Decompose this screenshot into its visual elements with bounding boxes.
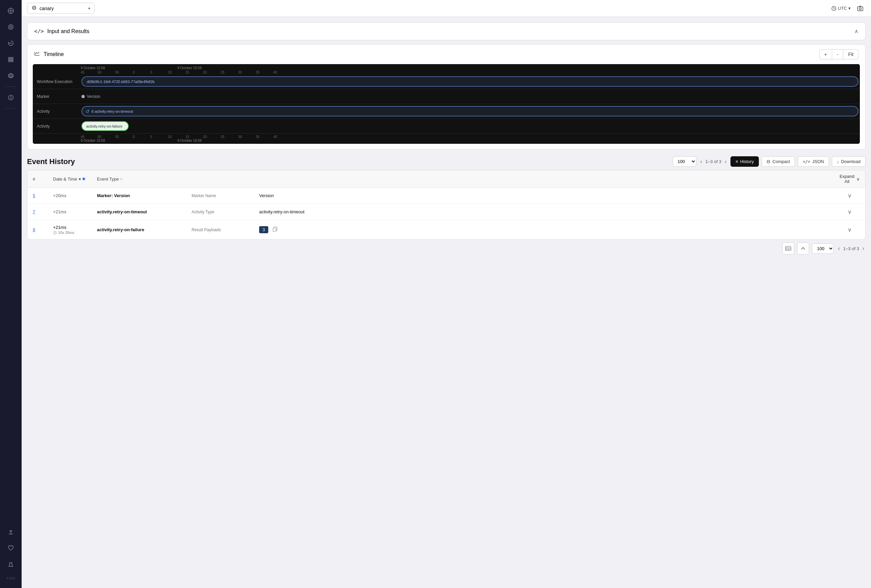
marker-version-label: Version xyxy=(87,94,100,99)
input-results-header[interactable]: </> Input and Results ∧ xyxy=(27,22,865,40)
event-history-controls: 100 10 25 50 ‹ 1–3 of 3 › ≡ History xyxy=(673,156,866,167)
namespace-chevron-icon: ▾ xyxy=(88,6,90,11)
bottom-tick-40: 40 xyxy=(273,135,291,139)
topbar: canary ▾ UTC ▾ xyxy=(22,0,871,17)
sidebar-icon-monitor[interactable] xyxy=(4,20,18,34)
sidebar-icon-home[interactable] xyxy=(4,4,18,18)
expand-all-button[interactable]: Expand All ∨ xyxy=(840,174,860,184)
col-event-type: Event Type ≡ xyxy=(97,176,192,182)
sidebar-icon-flask[interactable] xyxy=(4,558,18,571)
event-detail-label-8: Result Payloads xyxy=(192,227,259,232)
timezone-button[interactable]: UTC ▾ xyxy=(831,6,851,11)
event-history-title: Event History xyxy=(27,157,75,166)
bottom-tick-0: 0 xyxy=(133,135,150,139)
event-detail-value-7: activity.retry-on-timeout xyxy=(259,209,840,214)
main-content: canary ▾ UTC ▾ xyxy=(22,0,871,588)
timeline-title: Timeline xyxy=(43,51,64,57)
row-expand-button-8[interactable]: ∨ xyxy=(840,227,860,233)
zoom-out-button[interactable]: - xyxy=(832,49,844,60)
view-history-button[interactable]: ≡ History xyxy=(730,156,759,167)
event-id-7[interactable]: 7 xyxy=(33,209,53,214)
view-compact-button[interactable]: ⊟ Compact xyxy=(762,156,795,167)
timeline-label-workflow: Workflow Execution xyxy=(33,79,80,84)
timeline-row-activity-2: Activity activity.retry-on-failure xyxy=(33,119,860,134)
col-expand: Expand All ∨ xyxy=(840,174,860,184)
table-row: 7 +21ms activity.retry-on-timeout Activi… xyxy=(27,204,865,220)
sidebar-icon-heart[interactable] xyxy=(4,542,18,555)
tick-30: 30 xyxy=(238,70,256,74)
download-view-label: Download xyxy=(841,159,861,164)
input-results-title: Input and Results xyxy=(47,28,90,34)
event-history-section: Event History 100 10 25 50 ‹ 1–3 of 3 › xyxy=(27,154,866,257)
event-id-8[interactable]: 8 xyxy=(33,227,53,232)
screenshot-button[interactable] xyxy=(855,3,866,14)
bottom-prev-page-button[interactable]: ‹ xyxy=(837,244,841,253)
bottom-next-page-button[interactable]: › xyxy=(861,244,866,253)
svg-point-12 xyxy=(9,95,13,100)
sidebar-icon-stack[interactable] xyxy=(4,69,18,82)
workflow-execution-id: d08b9fc1-1fd4-4720-b683-77a08e4fb82b xyxy=(87,80,155,84)
bottom-pagination: ‹ 1–3 of 3 › xyxy=(837,244,866,253)
axis-top-left-time: 9 October 15:58 xyxy=(80,66,171,70)
tick-0: 0 xyxy=(133,70,150,74)
history-view-label: History xyxy=(740,159,754,164)
svg-rect-9 xyxy=(9,61,13,62)
result-payload-cell-8: 3 xyxy=(259,225,840,234)
event-id-5[interactable]: 5 xyxy=(33,193,53,198)
timeline-content-marker[interactable]: Version xyxy=(80,89,860,104)
axis-bottom-left-time: 9 October 15:58 xyxy=(80,139,171,142)
timeline-row-activity-1: Activity ↺ 6 activity.retry-on-timeout xyxy=(33,104,860,119)
bottom-bar: 100 10 25 50 ‹ 1–3 of 3 › xyxy=(27,240,866,257)
event-history-header: Event History 100 10 25 50 ‹ 1–3 of 3 › xyxy=(27,154,866,170)
bottom-tick-15: 15 xyxy=(186,135,203,139)
input-results-collapse-icon[interactable]: ∧ xyxy=(855,28,859,34)
datetime-sort-icon[interactable]: ▾ xyxy=(79,176,81,182)
bottom-tick-20: 20 xyxy=(203,135,221,139)
activity-retry-timeout-label: 6 activity.retry-on-timeout xyxy=(91,109,133,113)
event-type-7: activity.retry-on-timeout xyxy=(97,209,192,214)
bottom-pagination-count: 1–3 of 3 xyxy=(843,246,859,251)
next-page-button[interactable]: › xyxy=(723,157,728,166)
code-icon: </> xyxy=(34,28,44,34)
col-datetime: Date & Time ▾ xyxy=(53,176,97,182)
bottom-tick-50: 50 xyxy=(98,135,115,139)
copy-payload-button-8[interactable] xyxy=(271,225,279,234)
svg-rect-34 xyxy=(786,249,787,249)
sidebar-divider-1 xyxy=(5,87,17,87)
keyboard-button[interactable] xyxy=(782,242,794,255)
event-type-8: activity.retry-on-failure xyxy=(97,227,192,232)
event-table-header: # Date & Time ▾ Event Type ≡ Expand xyxy=(27,170,865,188)
timeline-content-activity-1[interactable]: ↺ 6 activity.retry-on-timeout xyxy=(80,104,860,118)
timeline-panel: Timeline + - Fit 9 October 15:58 9 Octob xyxy=(27,44,866,149)
namespace-selector[interactable]: canary ▾ xyxy=(27,3,94,14)
svg-rect-30 xyxy=(786,246,791,251)
sidebar-icon-history[interactable] xyxy=(4,36,18,50)
view-download-button[interactable]: ↓ Download xyxy=(832,156,866,167)
bottom-page-size-select[interactable]: 100 10 25 50 xyxy=(812,243,834,254)
timeline-chart-icon xyxy=(34,51,40,58)
row-expand-button-5[interactable]: ∨ xyxy=(840,193,860,199)
sidebar-icon-schedule[interactable] xyxy=(4,91,18,104)
retry-icon-1: ↺ xyxy=(85,109,90,114)
zoom-in-button[interactable]: + xyxy=(819,49,832,60)
content-area: </> Input and Results ∧ Timelin xyxy=(22,17,871,263)
sidebar-icon-layers[interactable] xyxy=(4,53,18,66)
sidebar-icon-upload[interactable] xyxy=(4,525,18,539)
namespace-name: canary xyxy=(39,6,85,11)
tick-20: 20 xyxy=(203,70,221,74)
event-type-filter-icon[interactable]: ≡ xyxy=(120,177,122,181)
top-pagination: ‹ 1–3 of 3 › xyxy=(699,157,728,166)
prev-page-button[interactable]: ‹ xyxy=(699,157,703,166)
svg-rect-29 xyxy=(273,228,276,231)
datetime-filter-dot xyxy=(82,178,85,180)
timeline-content-workflow[interactable]: d08b9fc1-1fd4-4720-b683-77a08e4fb82b xyxy=(80,74,860,89)
svg-point-22 xyxy=(859,8,861,10)
view-json-button[interactable]: </> JSON xyxy=(798,156,829,167)
tick-25: 25 xyxy=(221,70,238,74)
timeline-content-activity-2[interactable]: activity.retry-on-failure xyxy=(80,119,860,133)
fit-button[interactable]: Fit xyxy=(843,49,859,60)
event-duration-value-8: 10s 35ms xyxy=(58,231,74,234)
page-size-select[interactable]: 100 10 25 50 xyxy=(673,156,696,167)
scroll-to-top-button[interactable] xyxy=(797,242,809,255)
row-expand-button-7[interactable]: ∨ xyxy=(840,209,860,215)
